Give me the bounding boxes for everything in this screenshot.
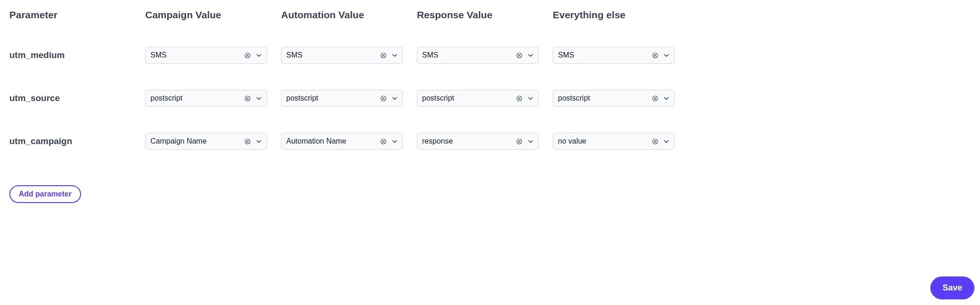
chevron-down-icon[interactable] xyxy=(255,138,262,145)
select-value: postscript xyxy=(558,94,652,102)
select-value: postscript xyxy=(422,94,516,102)
header-campaign-value: Campaign Value xyxy=(145,9,281,21)
parameter-label: utm_campaign xyxy=(9,136,145,146)
clear-icon[interactable] xyxy=(652,138,658,145)
clear-icon[interactable] xyxy=(380,52,386,58)
header-automation-value: Automation Value xyxy=(281,9,417,21)
utm-campaign-campaign-select[interactable]: Campaign Name xyxy=(145,133,267,150)
select-value: Automation Name xyxy=(286,137,380,145)
chevron-down-icon[interactable] xyxy=(527,138,534,145)
utm-campaign-everything-select[interactable]: no value xyxy=(553,133,675,150)
utm-parameters-table: Parameter Campaign Value Automation Valu… xyxy=(9,9,971,150)
chevron-down-icon[interactable] xyxy=(663,52,669,58)
select-value: Campaign Name xyxy=(150,137,244,145)
select-value: SMS xyxy=(422,51,516,59)
add-parameter-button[interactable]: Add parameter xyxy=(9,185,81,203)
utm-campaign-response-select[interactable]: response xyxy=(417,133,539,150)
select-value: SMS xyxy=(150,51,244,59)
utm-source-response-select[interactable]: postscript xyxy=(417,90,539,107)
utm-medium-everything-select[interactable]: SMS xyxy=(553,47,675,64)
header-everything-else: Everything else xyxy=(553,9,689,21)
chevron-down-icon[interactable] xyxy=(255,95,262,102)
table-row: utm_campaign Campaign Name Automation Na… xyxy=(9,133,971,150)
header-parameter: Parameter xyxy=(9,9,145,21)
clear-icon[interactable] xyxy=(652,52,658,58)
utm-medium-automation-select[interactable]: SMS xyxy=(281,47,403,64)
clear-icon[interactable] xyxy=(516,52,522,58)
select-value: no value xyxy=(558,137,652,145)
chevron-down-icon[interactable] xyxy=(527,52,534,58)
chevron-down-icon[interactable] xyxy=(391,52,398,58)
clear-icon[interactable] xyxy=(380,138,386,145)
utm-source-automation-select[interactable]: postscript xyxy=(281,90,403,107)
chevron-down-icon[interactable] xyxy=(663,95,669,102)
table-header-row: Parameter Campaign Value Automation Valu… xyxy=(9,9,971,21)
chevron-down-icon[interactable] xyxy=(255,52,262,58)
table-row: utm_source postscript postscript xyxy=(9,90,971,107)
clear-icon[interactable] xyxy=(244,52,251,58)
utm-source-everything-select[interactable]: postscript xyxy=(553,90,675,107)
clear-icon[interactable] xyxy=(652,95,658,102)
clear-icon[interactable] xyxy=(244,138,251,145)
select-value: postscript xyxy=(286,94,380,102)
utm-medium-campaign-select[interactable]: SMS xyxy=(145,47,267,64)
clear-icon[interactable] xyxy=(516,95,522,102)
utm-campaign-automation-select[interactable]: Automation Name xyxy=(281,133,403,150)
table-row: utm_medium SMS SMS xyxy=(9,47,971,64)
select-value: SMS xyxy=(558,51,652,59)
select-value: response xyxy=(422,137,516,145)
select-value: postscript xyxy=(150,94,244,102)
clear-icon[interactable] xyxy=(516,138,522,145)
clear-icon[interactable] xyxy=(380,95,386,102)
chevron-down-icon[interactable] xyxy=(663,138,669,145)
parameter-label: utm_medium xyxy=(9,50,145,60)
chevron-down-icon[interactable] xyxy=(391,95,398,102)
chevron-down-icon[interactable] xyxy=(391,138,398,145)
header-response-value: Response Value xyxy=(417,9,553,21)
select-value: SMS xyxy=(286,51,380,59)
parameter-label: utm_source xyxy=(9,93,145,103)
clear-icon[interactable] xyxy=(244,95,251,102)
utm-source-campaign-select[interactable]: postscript xyxy=(145,90,267,107)
chevron-down-icon[interactable] xyxy=(527,95,534,102)
utm-medium-response-select[interactable]: SMS xyxy=(417,47,539,64)
